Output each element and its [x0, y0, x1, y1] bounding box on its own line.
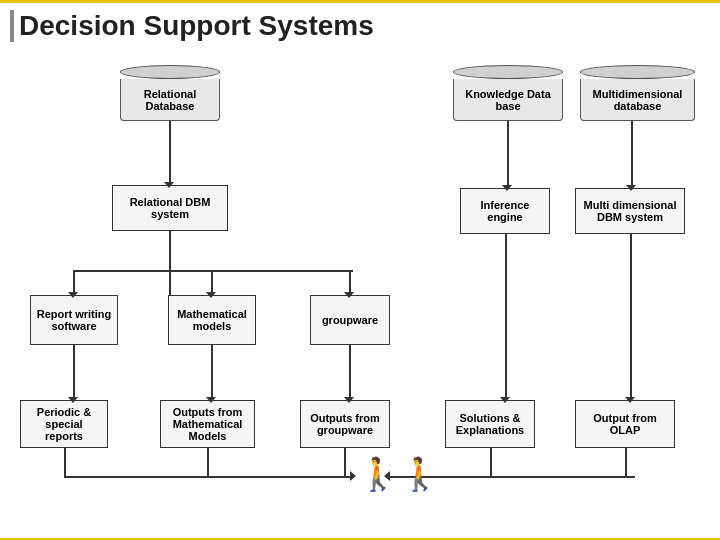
outputs-mathematical-label: Outputs from Mathematical Models — [165, 406, 250, 442]
line-outmath-down — [207, 448, 209, 476]
page-title: Decision Support Systems — [10, 10, 710, 42]
multi-dbm-label: Multi dimensional DBM system — [580, 199, 680, 223]
relational-dbm-label: Relational DBM system — [117, 196, 223, 220]
person-icon-blue: 🚶 — [358, 455, 398, 493]
output-olap-label: Output from OLAP — [580, 412, 670, 436]
arrowhead-reldb-dbm — [164, 182, 174, 188]
person-icon-red: 🚶 — [400, 455, 440, 493]
outputs-groupware-node: Outputs from groupware — [300, 400, 390, 448]
knowledge-database-label: Knowledge Data base — [458, 88, 558, 112]
solutions-node: Solutions & Explanations — [445, 400, 535, 448]
line-outmath-h — [64, 476, 209, 478]
arrowhead-periodic — [68, 397, 78, 403]
knowledge-database-node: Knowledge Data base — [453, 65, 563, 121]
arrowhead-olap — [625, 397, 635, 403]
relational-database-node: Relational Database — [120, 65, 220, 121]
outputs-groupware-label: Outputs from groupware — [305, 412, 385, 436]
arrowhead-report — [68, 292, 78, 298]
line-olap-down — [625, 448, 627, 476]
arrow-multidbm-to-olap — [630, 234, 632, 400]
multi-dbm-node: Multi dimensional DBM system — [575, 188, 685, 234]
groupware-node: groupware — [310, 295, 390, 345]
top-gold-line — [0, 0, 720, 3]
inference-engine-node: Inference engine — [460, 188, 550, 234]
arrowhead-math — [206, 292, 216, 298]
mathematical-models-node: Mathematical models — [168, 295, 256, 345]
arrowhead-person-right — [350, 471, 356, 481]
line-solutions-down — [490, 448, 492, 476]
arrowhead-outgroup — [344, 397, 354, 403]
arrow-dbm-down — [169, 231, 171, 295]
multidimensional-database-node: Multidimensional database — [580, 65, 695, 121]
arrow-dbm-horizontal — [73, 270, 353, 272]
relational-dbm-node: Relational DBM system — [112, 185, 228, 231]
arrow-math-to-outmath — [211, 345, 213, 400]
arrowhead-kndb-inf — [502, 185, 512, 191]
relational-database-label: Relational Database — [125, 88, 215, 112]
multidimensional-database-label: Multidimensional database — [585, 88, 690, 112]
report-writing-node: Report writing software — [30, 295, 118, 345]
arrowhead-groupware — [344, 292, 354, 298]
groupware-label: groupware — [322, 314, 378, 326]
page: Decision Support Systems Relational Data… — [0, 0, 720, 540]
person-icons: 🚶 🚶 — [358, 455, 440, 493]
periodic-reports-node: Periodic & special reports — [20, 400, 108, 448]
arrowhead-multidb-multidbm — [626, 185, 636, 191]
line-periodic-down — [64, 448, 66, 476]
mathematical-models-label: Mathematical models — [173, 308, 251, 332]
inference-engine-label: Inference engine — [465, 199, 545, 223]
periodic-reports-label: Periodic & special reports — [25, 406, 103, 442]
line-right-h — [490, 476, 627, 478]
report-writing-label: Report writing software — [35, 308, 113, 332]
line-outgroup-down — [344, 448, 346, 476]
arrow-report-to-periodic — [73, 345, 75, 400]
output-olap-node: Output from OLAP — [575, 400, 675, 448]
solutions-label: Solutions & Explanations — [450, 412, 530, 436]
arrowhead-solutions — [500, 397, 510, 403]
arrowhead-outmath — [206, 397, 216, 403]
arrow-multidb-to-multidbm — [631, 121, 633, 188]
arrow-kndb-to-inf — [507, 121, 509, 188]
arrow-groupware-to-outgroup — [349, 345, 351, 400]
arrow-inf-to-solutions — [505, 234, 507, 400]
arrow-reldb-to-dbm — [169, 121, 171, 185]
outputs-mathematical-node: Outputs from Mathematical Models — [160, 400, 255, 448]
